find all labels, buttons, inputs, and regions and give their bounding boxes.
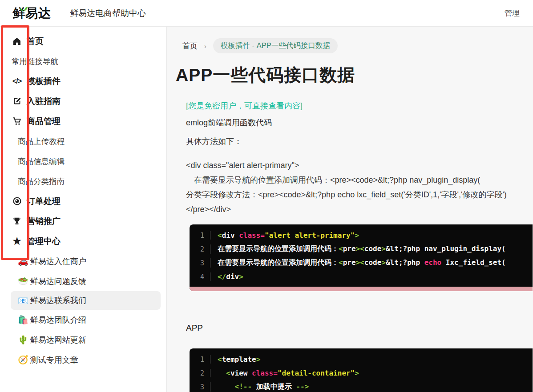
sidebar-nav: 首页常用链接导航</>模板插件入驻指南商品管理商品上传教程商品信息编辑商品分类指… <box>0 27 167 392</box>
sidebar-item-merchant-guide[interactable]: 入驻指南 <box>0 91 166 111</box>
eye-icon <box>12 196 22 207</box>
paragraph-line: 在需要显示导航的位置添加调用代码：<pre><code>&lt;?php nav… <box>186 173 533 188</box>
sidebar-item-home[interactable]: 首页 <box>0 31 166 51</box>
sidebar-item-order-processing[interactable]: 订单处理 <box>0 191 166 211</box>
main-content: 首页 › 模板插件 - APP一些代码接口数据 APP一些代码接口数据 [您是免… <box>167 27 533 392</box>
sidebar-item-label: 鲜易达网站更新 <box>30 335 86 345</box>
sidebar-item-label: 营销推广 <box>27 216 61 227</box>
feedback-emoji-icon: 🥗 <box>18 276 28 286</box>
code-block-alert: 1<div class="alert alert-primary">2在需要显示… <box>190 224 533 291</box>
code-text: <template> <box>210 355 533 364</box>
sidebar-item-label: 商品信息编辑 <box>18 156 65 167</box>
sidebar-item-label: 管理中心 <box>27 236 61 247</box>
sidebar-item-label: 订单处理 <box>27 196 61 207</box>
sidebar-item-product-category[interactable]: 商品分类指南 <box>0 171 166 191</box>
code-line: 1<div class="alert alert-primary"> <box>190 228 533 242</box>
sidebar-item-label: 模板插件 <box>27 76 61 87</box>
page-title: APP一些代码接口数据 <box>176 63 533 87</box>
edit-icon <box>12 96 22 107</box>
line-number: 2 <box>190 369 210 377</box>
line-number: 1 <box>190 356 210 364</box>
sidebar-item-template-plugins[interactable]: </>模板插件 <box>0 71 166 91</box>
cart-icon <box>12 116 22 127</box>
sidebar-list: 首页常用链接导航</>模板插件入驻指南商品管理商品上传教程商品信息编辑商品分类指… <box>0 31 166 370</box>
code-line: 3 <!-- 加载中提示 --> <box>190 380 533 392</box>
site-title: 鲜易达电商帮助中心 <box>70 8 146 19</box>
code-line: 4</div> <box>190 270 533 284</box>
sidebar-item-site-updates[interactable]: 🌵鲜易达网站更新 <box>0 330 166 350</box>
access-notice: [您是免密用户，可直接查看内容] <box>186 100 533 111</box>
home-icon <box>12 36 22 47</box>
sidebar-item-label: 商品上传教程 <box>18 136 65 147</box>
contact-emoji-icon: 📧 <box>18 296 28 306</box>
line-number: 2 <box>190 245 210 253</box>
sidebar-item-label: 商品分类指南 <box>18 176 65 187</box>
code-text: </div> <box>210 272 533 281</box>
breadcrumb-separator-icon: › <box>204 42 206 50</box>
code-block-app-template: 1<template>2 <view class="detail-contain… <box>190 348 533 392</box>
test-articles-emoji-icon: 🧭 <box>18 355 28 365</box>
code-icon: </> <box>12 76 22 87</box>
paragraph-line: </pre></div> <box>186 202 533 217</box>
site-updates-emoji-icon: 🌵 <box>18 335 28 345</box>
sidebar-item-label: 鲜易达问题反馈 <box>30 276 86 287</box>
top-header: 鲜易达 鲜易达电商帮助中心 管理 <box>0 0 533 27</box>
sidebar-item-admin-center[interactable]: ★管理中心 <box>0 231 166 251</box>
code-line: 1<template> <box>190 352 533 366</box>
breadcrumb-home-link[interactable]: 首页 <box>182 41 198 51</box>
code-text: <!-- 加载中提示 --> <box>210 382 533 392</box>
line-number: 3 <box>190 383 210 391</box>
merchants-emoji-icon: 🚗 <box>18 256 28 266</box>
code-text: 在需要显示导航的位置添加调用代码：<pre><code>&lt;?php ech… <box>210 258 533 268</box>
intro-line: emlog前端调用函数代码 <box>186 116 533 130</box>
sidebar-item-label: 测试专用文章 <box>30 355 78 365</box>
paragraph-line: 分类字段修改方法：<pre><code>&lt;?php echo lxc_fi… <box>186 188 533 202</box>
app-section-label: APP <box>186 323 533 333</box>
leaf-icon <box>20 1 28 15</box>
sidebar-item-label: 鲜易达联系我们 <box>30 295 86 306</box>
site-logo[interactable]: 鲜易达 <box>12 5 51 22</box>
trophy-icon <box>12 216 22 227</box>
sidebar-item-team[interactable]: 🛍️鲜易达团队介绍 <box>0 310 166 330</box>
horizontal-scrollbar[interactable] <box>190 287 533 291</box>
sidebar-item-contact[interactable]: 📧鲜易达联系我们 <box>11 291 161 310</box>
sidebar-item-test-articles[interactable]: 🧭测试专用文章 <box>0 350 166 370</box>
sidebar-item-feedback[interactable]: 🥗鲜易达问题反馈 <box>0 271 166 291</box>
sidebar-item-label: 常用链接导航 <box>12 56 58 67</box>
code-text: <view class="detail-container"> <box>210 369 533 377</box>
admin-link[interactable]: 管理 <box>505 8 520 18</box>
breadcrumb-current: 模板插件 - APP一些代码接口数据 <box>213 38 338 53</box>
line-number: 4 <box>190 273 210 281</box>
escaped-code-paragraph: <div class="alert alert-primary"> 在需要显示导… <box>186 158 533 217</box>
sidebar-item-product-management[interactable]: 商品管理 <box>0 111 166 131</box>
paragraph-line: <div class="alert alert-primary"> <box>186 158 533 173</box>
code-text: <div class="alert alert-primary"> <box>210 231 533 240</box>
sidebar-item-label: 鲜易达团队介绍 <box>30 315 86 325</box>
sidebar-item-label: 鲜易达入住商户 <box>30 256 86 267</box>
sidebar-item-product-info-edit[interactable]: 商品信息编辑 <box>0 151 166 171</box>
sidebar-item-merchants[interactable]: 🚗鲜易达入住商户 <box>0 251 166 271</box>
code-text: 在需要显示导航的位置添加调用代码：<pre><code>&lt;?php nav… <box>210 244 533 254</box>
code-line: 2在需要显示导航的位置添加调用代码：<pre><code>&lt;?php na… <box>190 242 533 256</box>
breadcrumb: 首页 › 模板插件 - APP一些代码接口数据 <box>182 38 533 53</box>
line-number: 3 <box>190 259 210 267</box>
sidebar-item-common-links[interactable]: 常用链接导航 <box>0 51 166 71</box>
code-line: 2 <view class="detail-container"> <box>190 366 533 380</box>
sidebar-item-label: 商品管理 <box>27 116 61 127</box>
star-icon: ★ <box>12 236 22 247</box>
sidebar-item-label: 首页 <box>27 36 44 47</box>
sidebar-item-label: 入驻指南 <box>27 96 61 107</box>
team-emoji-icon: 🛍️ <box>18 315 28 325</box>
sidebar-item-product-upload[interactable]: 商品上传教程 <box>0 131 166 151</box>
logo-text: 鲜易达 <box>12 6 51 20</box>
code-line: 3在需要显示导航的位置添加调用代码：<pre><code>&lt;?php ec… <box>190 256 533 270</box>
sidebar-item-marketing[interactable]: 营销推广 <box>0 211 166 231</box>
line-number: 1 <box>190 232 210 240</box>
intro-line: 具体方法如下： <box>186 135 533 148</box>
